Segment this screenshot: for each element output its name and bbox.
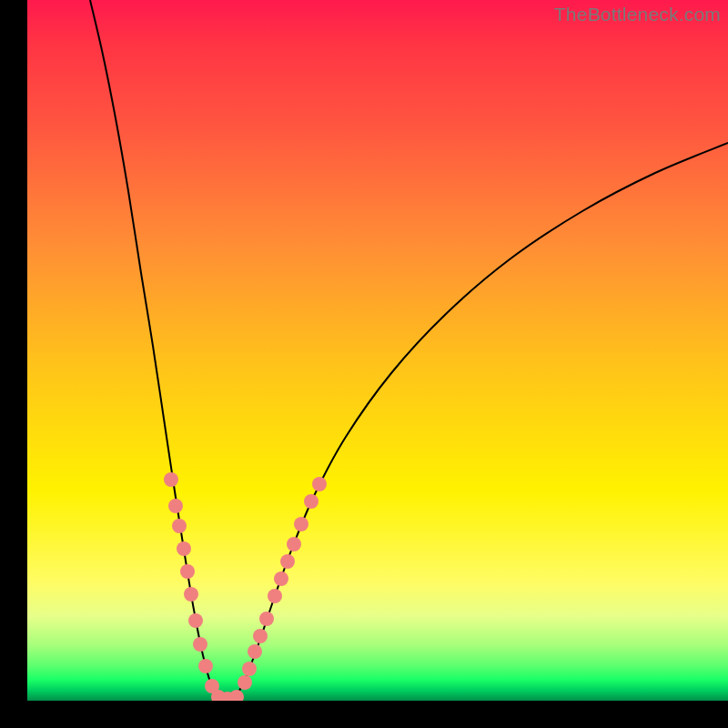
data-dot bbox=[229, 690, 244, 701]
data-dot bbox=[198, 659, 213, 673]
data-dot bbox=[312, 477, 327, 491]
data-dot bbox=[177, 541, 191, 556]
data-dot bbox=[259, 612, 274, 626]
chart-frame: TheBottleneck.com bbox=[27, 0, 728, 701]
data-dot bbox=[280, 554, 295, 569]
chart-svg bbox=[27, 0, 728, 701]
data-dot bbox=[242, 662, 257, 676]
data-dot bbox=[253, 629, 268, 643]
data-dot bbox=[287, 537, 301, 551]
data-dot bbox=[172, 519, 187, 533]
data-dot bbox=[188, 613, 203, 628]
data-dot bbox=[184, 587, 198, 602]
data-dot bbox=[248, 644, 262, 659]
data-dot bbox=[274, 571, 288, 586]
dot-markers bbox=[164, 472, 327, 701]
left-branch-curve bbox=[90, 0, 219, 699]
right-branch-curve bbox=[235, 143, 728, 699]
data-dot bbox=[180, 564, 195, 579]
data-dot bbox=[164, 472, 178, 487]
data-dot bbox=[268, 589, 282, 603]
data-dot bbox=[304, 494, 318, 509]
data-dot bbox=[294, 517, 308, 531]
data-dot bbox=[238, 675, 252, 690]
data-dot bbox=[193, 637, 207, 652]
data-dot bbox=[168, 499, 183, 513]
